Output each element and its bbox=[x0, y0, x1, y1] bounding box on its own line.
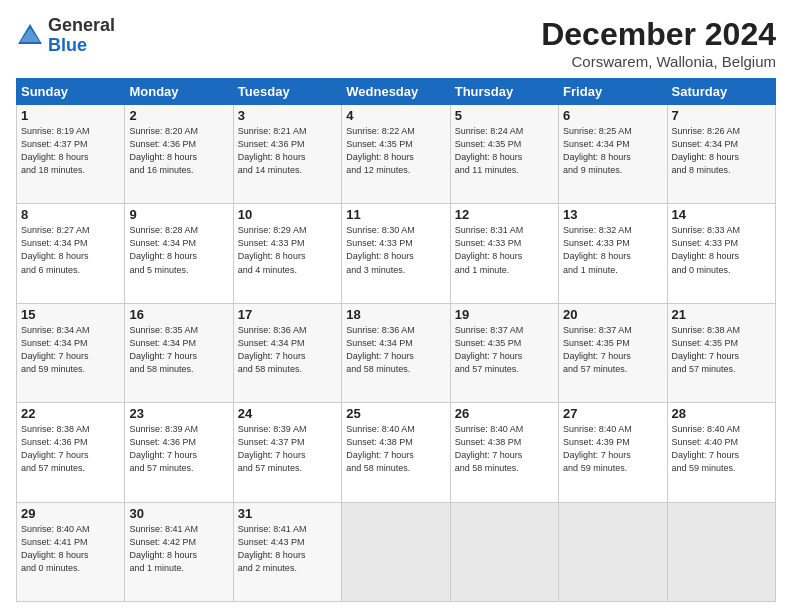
day-cell: 28Sunrise: 8:40 AMSunset: 4:40 PMDayligh… bbox=[667, 403, 775, 502]
day-info: Sunrise: 8:19 AMSunset: 4:37 PMDaylight:… bbox=[21, 125, 120, 177]
day-header-monday: Monday bbox=[125, 79, 233, 105]
calendar-page: General Blue December 2024 Corswarem, Wa… bbox=[0, 0, 792, 612]
day-number: 8 bbox=[21, 207, 120, 222]
day-info: Sunrise: 8:40 AMSunset: 4:40 PMDaylight:… bbox=[672, 423, 771, 475]
day-number: 12 bbox=[455, 207, 554, 222]
day-cell: 6Sunrise: 8:25 AMSunset: 4:34 PMDaylight… bbox=[559, 105, 667, 204]
day-info: Sunrise: 8:21 AMSunset: 4:36 PMDaylight:… bbox=[238, 125, 337, 177]
day-cell: 29Sunrise: 8:40 AMSunset: 4:41 PMDayligh… bbox=[17, 502, 125, 601]
day-number: 19 bbox=[455, 307, 554, 322]
day-number: 4 bbox=[346, 108, 445, 123]
day-number: 3 bbox=[238, 108, 337, 123]
day-header-friday: Friday bbox=[559, 79, 667, 105]
day-info: Sunrise: 8:38 AMSunset: 4:35 PMDaylight:… bbox=[672, 324, 771, 376]
day-cell: 10Sunrise: 8:29 AMSunset: 4:33 PMDayligh… bbox=[233, 204, 341, 303]
day-info: Sunrise: 8:40 AMSunset: 4:38 PMDaylight:… bbox=[455, 423, 554, 475]
day-info: Sunrise: 8:28 AMSunset: 4:34 PMDaylight:… bbox=[129, 224, 228, 276]
day-cell: 17Sunrise: 8:36 AMSunset: 4:34 PMDayligh… bbox=[233, 303, 341, 402]
day-info: Sunrise: 8:41 AMSunset: 4:42 PMDaylight:… bbox=[129, 523, 228, 575]
day-cell: 5Sunrise: 8:24 AMSunset: 4:35 PMDaylight… bbox=[450, 105, 558, 204]
day-number: 27 bbox=[563, 406, 662, 421]
day-cell: 8Sunrise: 8:27 AMSunset: 4:34 PMDaylight… bbox=[17, 204, 125, 303]
day-number: 16 bbox=[129, 307, 228, 322]
day-number: 10 bbox=[238, 207, 337, 222]
day-number: 9 bbox=[129, 207, 228, 222]
day-cell: 19Sunrise: 8:37 AMSunset: 4:35 PMDayligh… bbox=[450, 303, 558, 402]
calendar-header-row: SundayMondayTuesdayWednesdayThursdayFrid… bbox=[17, 79, 776, 105]
day-header-tuesday: Tuesday bbox=[233, 79, 341, 105]
day-cell bbox=[559, 502, 667, 601]
logo-blue: Blue bbox=[48, 35, 87, 55]
day-number: 11 bbox=[346, 207, 445, 222]
day-cell: 31Sunrise: 8:41 AMSunset: 4:43 PMDayligh… bbox=[233, 502, 341, 601]
day-cell: 11Sunrise: 8:30 AMSunset: 4:33 PMDayligh… bbox=[342, 204, 450, 303]
day-number: 24 bbox=[238, 406, 337, 421]
title-block: December 2024 Corswarem, Wallonia, Belgi… bbox=[541, 16, 776, 70]
svg-marker-1 bbox=[20, 28, 40, 42]
day-number: 2 bbox=[129, 108, 228, 123]
day-cell: 14Sunrise: 8:33 AMSunset: 4:33 PMDayligh… bbox=[667, 204, 775, 303]
day-number: 30 bbox=[129, 506, 228, 521]
day-number: 22 bbox=[21, 406, 120, 421]
day-cell: 23Sunrise: 8:39 AMSunset: 4:36 PMDayligh… bbox=[125, 403, 233, 502]
day-number: 23 bbox=[129, 406, 228, 421]
day-number: 21 bbox=[672, 307, 771, 322]
day-cell: 16Sunrise: 8:35 AMSunset: 4:34 PMDayligh… bbox=[125, 303, 233, 402]
week-row-5: 29Sunrise: 8:40 AMSunset: 4:41 PMDayligh… bbox=[17, 502, 776, 601]
day-cell: 26Sunrise: 8:40 AMSunset: 4:38 PMDayligh… bbox=[450, 403, 558, 502]
day-info: Sunrise: 8:25 AMSunset: 4:34 PMDaylight:… bbox=[563, 125, 662, 177]
logo-general: General bbox=[48, 15, 115, 35]
day-info: Sunrise: 8:39 AMSunset: 4:36 PMDaylight:… bbox=[129, 423, 228, 475]
day-info: Sunrise: 8:34 AMSunset: 4:34 PMDaylight:… bbox=[21, 324, 120, 376]
day-number: 17 bbox=[238, 307, 337, 322]
week-row-1: 1Sunrise: 8:19 AMSunset: 4:37 PMDaylight… bbox=[17, 105, 776, 204]
logo-icon bbox=[16, 22, 44, 50]
day-header-saturday: Saturday bbox=[667, 79, 775, 105]
page-subtitle: Corswarem, Wallonia, Belgium bbox=[541, 53, 776, 70]
day-cell: 9Sunrise: 8:28 AMSunset: 4:34 PMDaylight… bbox=[125, 204, 233, 303]
day-header-sunday: Sunday bbox=[17, 79, 125, 105]
day-info: Sunrise: 8:33 AMSunset: 4:33 PMDaylight:… bbox=[672, 224, 771, 276]
day-info: Sunrise: 8:26 AMSunset: 4:34 PMDaylight:… bbox=[672, 125, 771, 177]
day-cell: 30Sunrise: 8:41 AMSunset: 4:42 PMDayligh… bbox=[125, 502, 233, 601]
day-info: Sunrise: 8:35 AMSunset: 4:34 PMDaylight:… bbox=[129, 324, 228, 376]
day-info: Sunrise: 8:31 AMSunset: 4:33 PMDaylight:… bbox=[455, 224, 554, 276]
day-cell: 4Sunrise: 8:22 AMSunset: 4:35 PMDaylight… bbox=[342, 105, 450, 204]
day-info: Sunrise: 8:37 AMSunset: 4:35 PMDaylight:… bbox=[455, 324, 554, 376]
day-header-wednesday: Wednesday bbox=[342, 79, 450, 105]
day-cell: 13Sunrise: 8:32 AMSunset: 4:33 PMDayligh… bbox=[559, 204, 667, 303]
day-info: Sunrise: 8:39 AMSunset: 4:37 PMDaylight:… bbox=[238, 423, 337, 475]
day-cell: 2Sunrise: 8:20 AMSunset: 4:36 PMDaylight… bbox=[125, 105, 233, 204]
day-info: Sunrise: 8:40 AMSunset: 4:41 PMDaylight:… bbox=[21, 523, 120, 575]
day-cell bbox=[450, 502, 558, 601]
day-number: 26 bbox=[455, 406, 554, 421]
header: General Blue December 2024 Corswarem, Wa… bbox=[16, 16, 776, 70]
day-number: 20 bbox=[563, 307, 662, 322]
day-cell: 20Sunrise: 8:37 AMSunset: 4:35 PMDayligh… bbox=[559, 303, 667, 402]
day-info: Sunrise: 8:27 AMSunset: 4:34 PMDaylight:… bbox=[21, 224, 120, 276]
day-cell: 27Sunrise: 8:40 AMSunset: 4:39 PMDayligh… bbox=[559, 403, 667, 502]
week-row-2: 8Sunrise: 8:27 AMSunset: 4:34 PMDaylight… bbox=[17, 204, 776, 303]
day-cell bbox=[342, 502, 450, 601]
day-info: Sunrise: 8:41 AMSunset: 4:43 PMDaylight:… bbox=[238, 523, 337, 575]
week-row-3: 15Sunrise: 8:34 AMSunset: 4:34 PMDayligh… bbox=[17, 303, 776, 402]
calendar-table: SundayMondayTuesdayWednesdayThursdayFrid… bbox=[16, 78, 776, 602]
day-info: Sunrise: 8:37 AMSunset: 4:35 PMDaylight:… bbox=[563, 324, 662, 376]
logo: General Blue bbox=[16, 16, 115, 56]
day-info: Sunrise: 8:22 AMSunset: 4:35 PMDaylight:… bbox=[346, 125, 445, 177]
day-info: Sunrise: 8:38 AMSunset: 4:36 PMDaylight:… bbox=[21, 423, 120, 475]
day-info: Sunrise: 8:24 AMSunset: 4:35 PMDaylight:… bbox=[455, 125, 554, 177]
day-cell: 7Sunrise: 8:26 AMSunset: 4:34 PMDaylight… bbox=[667, 105, 775, 204]
day-number: 1 bbox=[21, 108, 120, 123]
day-number: 6 bbox=[563, 108, 662, 123]
day-number: 13 bbox=[563, 207, 662, 222]
day-cell: 1Sunrise: 8:19 AMSunset: 4:37 PMDaylight… bbox=[17, 105, 125, 204]
day-cell bbox=[667, 502, 775, 601]
day-header-thursday: Thursday bbox=[450, 79, 558, 105]
day-cell: 24Sunrise: 8:39 AMSunset: 4:37 PMDayligh… bbox=[233, 403, 341, 502]
day-number: 15 bbox=[21, 307, 120, 322]
day-info: Sunrise: 8:29 AMSunset: 4:33 PMDaylight:… bbox=[238, 224, 337, 276]
day-number: 5 bbox=[455, 108, 554, 123]
week-row-4: 22Sunrise: 8:38 AMSunset: 4:36 PMDayligh… bbox=[17, 403, 776, 502]
day-number: 18 bbox=[346, 307, 445, 322]
